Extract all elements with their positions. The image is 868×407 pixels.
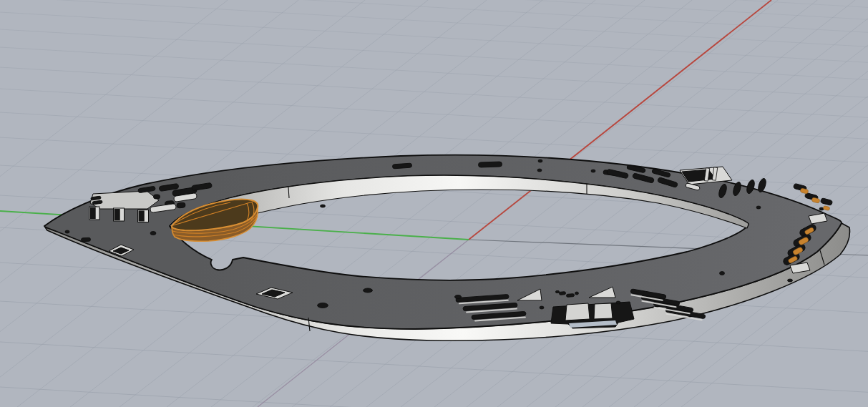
screw-hole[interactable] [720, 272, 725, 275]
pocket-floor[interactable] [565, 303, 590, 320]
screw-hole[interactable] [364, 288, 373, 293]
slot-cutout[interactable] [81, 237, 90, 242]
slot-cutout[interactable] [177, 202, 186, 208]
viewport-canvas[interactable] [0, 0, 868, 407]
screw-hole[interactable] [540, 306, 544, 309]
screw-hole[interactable] [756, 206, 761, 209]
square-cutout-shadow [139, 211, 145, 222]
screw-hole[interactable] [538, 160, 542, 162]
pocket-floor[interactable] [594, 303, 613, 319]
pocket-floor[interactable] [90, 191, 159, 209]
slot-cutout[interactable] [478, 162, 502, 167]
screw-hole[interactable] [616, 301, 620, 304]
screw-hole[interactable] [788, 279, 793, 282]
slot-cutout[interactable] [154, 195, 160, 199]
square-cutout-shadow [90, 207, 96, 219]
square-cutout-shadow [114, 209, 120, 220]
screw-hole[interactable] [65, 230, 69, 233]
screw-hole[interactable] [318, 303, 328, 308]
screw-hole[interactable] [819, 207, 824, 210]
screw-hole[interactable] [455, 295, 462, 299]
slot-cutout[interactable] [566, 294, 574, 298]
slot-cutout[interactable] [556, 291, 560, 293]
screw-hole[interactable] [591, 170, 595, 172]
screw-hole[interactable] [575, 292, 579, 295]
screw-hole[interactable] [321, 205, 326, 207]
screw-hole[interactable] [150, 232, 156, 235]
cad-viewport[interactable] [0, 0, 868, 407]
slot-cutout[interactable] [392, 163, 411, 169]
slot-cutout[interactable] [559, 292, 565, 295]
screw-hole[interactable] [537, 169, 542, 172]
